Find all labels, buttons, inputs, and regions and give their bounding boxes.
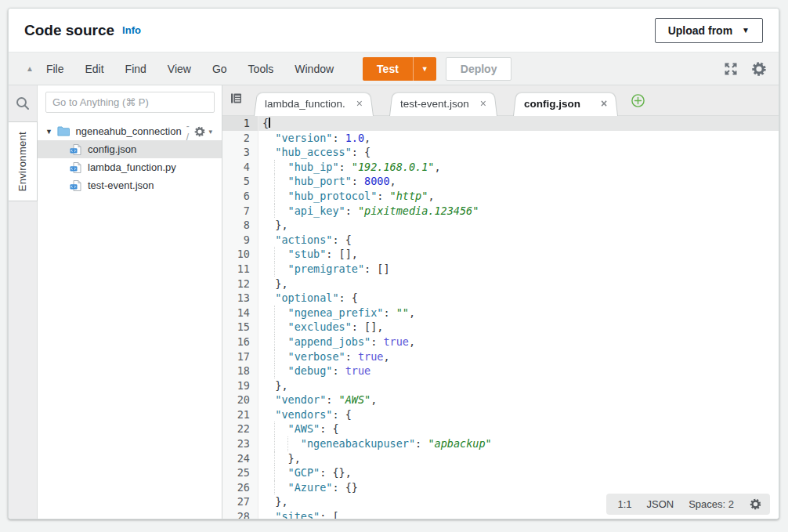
code-text[interactable]: "hub_ip": "192.168.0.1",: [258, 160, 441, 175]
line-number[interactable]: 25: [222, 465, 258, 480]
code-line-17[interactable]: 17 "verbose": true,: [222, 349, 779, 364]
language-mode[interactable]: JSON: [647, 498, 674, 510]
tree-item-lambda_function.py[interactable]: lambda_function.py: [38, 158, 222, 176]
code-line-15[interactable]: 15 "excludes": [],: [222, 320, 779, 335]
code-text[interactable]: },: [258, 494, 288, 509]
line-number[interactable]: 17: [222, 349, 258, 364]
line-number[interactable]: 24: [222, 451, 258, 466]
code-text[interactable]: },: [258, 277, 288, 291]
code-text[interactable]: "ngeneabackupuser": "apbackup": [258, 436, 492, 451]
code-line-23[interactable]: 23 "ngeneabackupuser": "apbackup": [222, 436, 779, 451]
code-text[interactable]: "append_jobs": true,: [258, 335, 415, 349]
folder-expand-icon[interactable]: ▼: [45, 128, 52, 136]
line-number[interactable]: 22: [222, 422, 258, 436]
code-text[interactable]: "optional": {: [258, 291, 358, 306]
add-tab-icon[interactable]: [631, 93, 645, 111]
code-text[interactable]: "ngenea_prefix": "",: [258, 306, 415, 320]
tab-environment[interactable]: Environment: [9, 121, 38, 201]
tree-folder-row[interactable]: ▼ ngeneahub_connection - / ▾: [38, 122, 222, 140]
line-number[interactable]: 21: [222, 407, 258, 422]
tab-config-json[interactable]: config.json×: [513, 91, 618, 116]
close-icon[interactable]: ×: [356, 98, 363, 109]
search-icon[interactable]: [15, 92, 31, 114]
line-number[interactable]: 9: [222, 233, 258, 248]
code-line-7[interactable]: 7 "api_key": "pixitmedia.123456": [222, 204, 779, 219]
code-line-1[interactable]: 1{: [222, 116, 779, 131]
menu-item-find[interactable]: Find: [125, 63, 146, 75]
code-line-8[interactable]: 8 },: [222, 218, 779, 233]
code-line-19[interactable]: 19 },: [222, 378, 779, 393]
line-number[interactable]: 13: [222, 291, 258, 306]
code-text[interactable]: },: [258, 218, 288, 233]
upload-from-button[interactable]: Upload from ▼: [655, 18, 763, 43]
tab-lambda-function[interactable]: lambda_function.×: [254, 91, 374, 116]
menu-item-edit[interactable]: Edit: [85, 63, 103, 75]
code-line-6[interactable]: 6 "hub_protocol": "http",: [222, 189, 779, 204]
line-number[interactable]: 10: [222, 247, 258, 262]
line-number[interactable]: 19: [222, 378, 258, 393]
go-to-anything-input[interactable]: [45, 92, 215, 113]
code-text[interactable]: "api_key": "pixitmedia.123456": [258, 204, 479, 219]
code-line-24[interactable]: 24 },: [222, 451, 779, 466]
code-line-18[interactable]: 18 "debug": true: [222, 364, 779, 378]
line-number[interactable]: 15: [222, 320, 258, 335]
test-dropdown-icon[interactable]: ▼: [414, 57, 436, 81]
line-number[interactable]: 16: [222, 335, 258, 349]
line-number[interactable]: 7: [222, 204, 258, 219]
code-line-4[interactable]: 4 "hub_ip": "192.168.0.1",: [222, 160, 779, 175]
code-line-5[interactable]: 5 "hub_port": 8000,: [222, 174, 779, 189]
code-line-25[interactable]: 25 "GCP": {},: [222, 465, 779, 480]
cursor-position[interactable]: 1:1: [617, 498, 631, 510]
code-text[interactable]: "debug": true: [258, 364, 371, 378]
tab-list-icon[interactable]: [230, 92, 243, 108]
tab-test-event-json[interactable]: test-event.json×: [389, 91, 497, 116]
menu-item-view[interactable]: View: [168, 63, 191, 75]
line-number[interactable]: 2: [222, 131, 258, 146]
code-text[interactable]: "stub": [],: [258, 247, 358, 262]
code-text[interactable]: "Azure": {}: [258, 480, 358, 495]
code-line-2[interactable]: 2 "version": 1.0,: [222, 131, 779, 146]
code-text[interactable]: "actions": {: [258, 233, 352, 248]
code-line-13[interactable]: 13 "optional": {: [222, 291, 779, 306]
code-text[interactable]: "hub_protocol": "http",: [258, 189, 435, 204]
code-text[interactable]: "premigrate": []: [258, 262, 390, 277]
menu-item-file[interactable]: File: [46, 63, 64, 75]
fullscreen-icon[interactable]: [724, 62, 738, 76]
line-number[interactable]: 14: [222, 306, 258, 320]
line-number[interactable]: 4: [222, 160, 258, 175]
code-line-16[interactable]: 16 "append_jobs": true,: [222, 335, 779, 349]
deploy-button[interactable]: Deploy: [446, 57, 512, 81]
code-line-26[interactable]: 26 "Azure": {}: [222, 480, 779, 495]
menu-item-tools[interactable]: Tools: [248, 63, 274, 75]
settings-gear-icon[interactable]: [750, 60, 768, 78]
line-number[interactable]: 6: [222, 189, 258, 204]
tree-item-test-event.json[interactable]: test-event.json: [38, 176, 222, 194]
code-text[interactable]: "GCP": {},: [258, 465, 352, 480]
code-line-10[interactable]: 10 "stub": [],: [222, 247, 779, 262]
code-line-14[interactable]: 14 "ngenea_prefix": "",: [222, 306, 779, 320]
line-number[interactable]: 27: [222, 494, 258, 509]
code-text[interactable]: "AWS": {: [258, 422, 339, 436]
line-number[interactable]: 3: [222, 145, 258, 160]
editor-settings-gear-icon[interactable]: [749, 498, 762, 511]
close-icon[interactable]: ×: [601, 98, 607, 109]
code-text[interactable]: },: [258, 378, 288, 393]
line-number[interactable]: 26: [222, 480, 258, 495]
line-number[interactable]: 20: [222, 393, 258, 407]
code-line-12[interactable]: 12 },: [222, 277, 779, 291]
test-button[interactable]: Test ▼: [363, 57, 436, 81]
code-text[interactable]: "hub_access": {: [258, 145, 371, 160]
line-number[interactable]: 18: [222, 364, 258, 378]
line-number[interactable]: 23: [222, 436, 258, 451]
line-number[interactable]: 8: [222, 218, 258, 233]
line-number[interactable]: 5: [222, 174, 258, 189]
indentation-setting[interactable]: Spaces: 2: [689, 498, 734, 510]
info-link[interactable]: Info: [122, 24, 141, 36]
code-line-21[interactable]: 21 "vendors": {: [222, 407, 779, 422]
code-text[interactable]: },: [258, 451, 301, 466]
code-text[interactable]: "excludes": [],: [258, 320, 383, 335]
code-editor[interactable]: 1{2 "version": 1.0,3 "hub_access": {4 "h…: [222, 116, 779, 519]
code-text[interactable]: "sites": [: [258, 509, 339, 519]
line-number[interactable]: 12: [222, 277, 258, 291]
tree-item-config.json[interactable]: config.json: [38, 140, 222, 158]
